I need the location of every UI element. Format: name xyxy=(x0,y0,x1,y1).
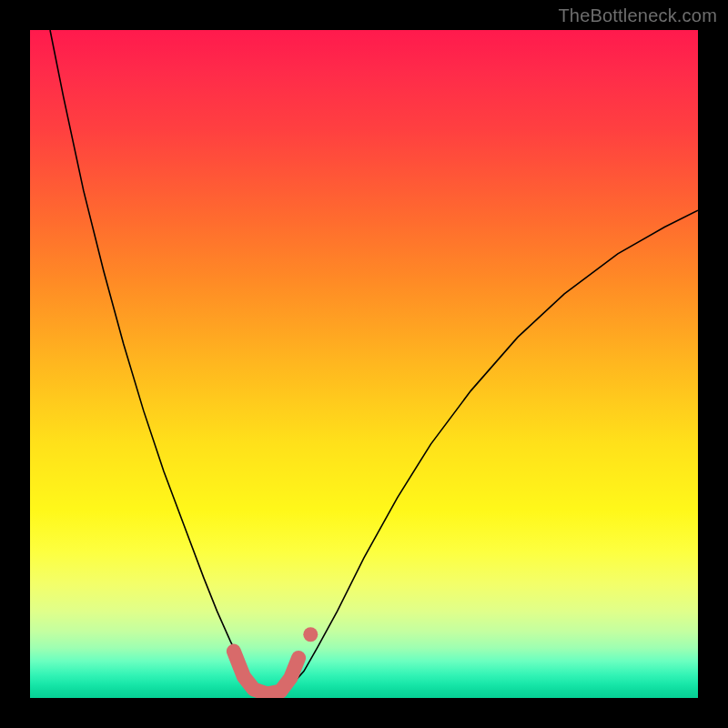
optimal-marker-dot xyxy=(303,627,318,642)
svg-point-0 xyxy=(303,627,318,642)
optimal-marker xyxy=(234,652,298,694)
bottleneck-curve xyxy=(50,30,698,694)
chart-frame: TheBottleneck.com xyxy=(0,0,728,728)
chart-svg xyxy=(30,30,698,698)
plot-area xyxy=(30,30,698,698)
watermark-text: TheBottleneck.com xyxy=(558,5,717,26)
